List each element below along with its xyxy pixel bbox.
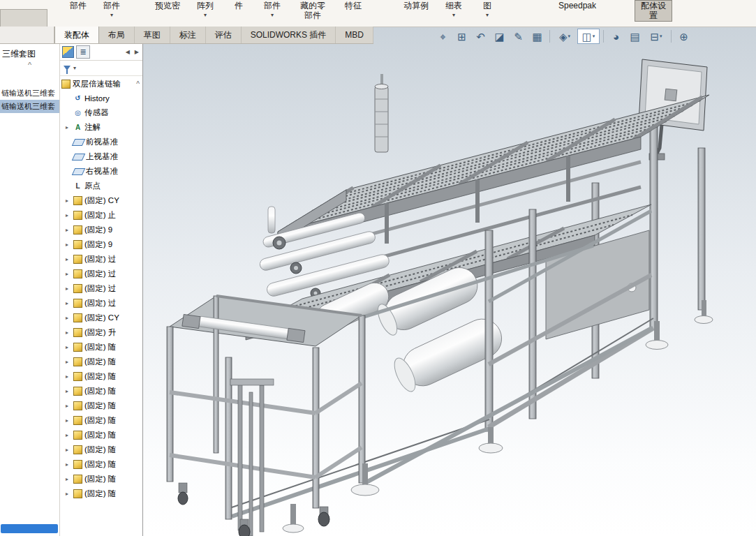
tree-item[interactable]: ▸ 右视基准 bbox=[60, 164, 142, 179]
assembly-icon bbox=[61, 80, 71, 89]
tree-item[interactable]: ▸ (固定) 随 bbox=[60, 442, 142, 457]
expand-caret-icon[interactable]: ▸ bbox=[66, 491, 71, 497]
expand-caret-icon[interactable]: ▸ bbox=[66, 124, 71, 131]
tree-item[interactable]: ▸ 传感器 bbox=[60, 105, 142, 120]
ribbon-button[interactable]: Speedpak ▾ bbox=[555, 0, 593, 12]
display-pane-icon[interactable]: ≣ bbox=[76, 45, 90, 59]
tree-item[interactable]: ▸ (固定) 过 bbox=[60, 296, 142, 311]
previous-view-icon[interactable]: ↶ ▾ bbox=[472, 29, 489, 44]
history-icon bbox=[73, 94, 82, 103]
expand-caret-icon[interactable]: ▸ bbox=[66, 198, 71, 204]
sensor-icon bbox=[73, 108, 82, 117]
expand-caret-icon[interactable]: ▸ bbox=[66, 476, 71, 482]
expand-caret-icon[interactable]: ▸ bbox=[66, 285, 71, 292]
tree-item[interactable]: ▸ (固定) 过 bbox=[60, 252, 142, 267]
tree-item[interactable]: ▸ (固定) 9 bbox=[60, 237, 142, 252]
ribbon-button[interactable]: 件 ▾ bbox=[227, 0, 251, 12]
tree-item[interactable]: ▸ (固定) 随 bbox=[60, 399, 142, 413]
tree-item[interactable]: ▸ (固定) 随 bbox=[60, 369, 142, 384]
view-orientation-icon[interactable]: ◈ ▾ bbox=[554, 29, 576, 44]
tree-item[interactable]: ▸ (固定) 随 bbox=[60, 384, 142, 399]
tree-root-item[interactable]: 双层倍速链输 ^ bbox=[60, 77, 142, 91]
expand-caret-icon[interactable]: ▸ bbox=[66, 256, 71, 262]
filter-icon[interactable] bbox=[64, 66, 71, 70]
expand-caret-icon[interactable]: ▸ bbox=[66, 212, 71, 218]
document-list-item[interactable]: 链输送机三维套 bbox=[0, 87, 59, 100]
tree-item[interactable]: ▸ (固定) 随 bbox=[60, 457, 142, 472]
expand-caret-icon[interactable]: ▸ bbox=[66, 359, 71, 365]
tree-item[interactable]: ▸ (固定) 过 bbox=[60, 267, 142, 281]
pane-left-arrow-icon[interactable]: ◀ bbox=[124, 48, 131, 56]
ribbon-button[interactable]: 图 ▾ bbox=[475, 0, 499, 19]
tree-item[interactable]: ▸ 注解 bbox=[60, 120, 142, 135]
magnifying-glass-icon[interactable]: ⊕ ▾ bbox=[675, 29, 692, 44]
expand-caret-icon[interactable]: ▸ bbox=[66, 403, 71, 409]
expand-caret-icon[interactable]: ▸ bbox=[66, 432, 71, 438]
tree-item[interactable]: ▸ (固定) CY bbox=[60, 193, 142, 208]
tree-item[interactable]: ▸ (固定) 随 bbox=[60, 472, 142, 486]
ribbon-button[interactable]: 配体设置 ▾ bbox=[635, 0, 672, 22]
tree-item[interactable]: ▸ (固定) 9 bbox=[60, 223, 142, 237]
tree-item[interactable]: ▸ (固定) 随 bbox=[60, 340, 142, 355]
expand-caret-icon[interactable]: ▸ bbox=[66, 344, 71, 350]
section-view-icon[interactable]: ◪ ▾ bbox=[491, 29, 508, 44]
tree-item[interactable]: ▸ (固定) 随 bbox=[60, 413, 142, 428]
expand-caret-icon[interactable]: ▸ bbox=[66, 417, 71, 424]
expand-caret-icon[interactable]: ▸ bbox=[66, 241, 71, 248]
ribbon-button[interactable]: 部件 ▾ bbox=[100, 0, 124, 19]
expand-caret-icon[interactable]: ▸ bbox=[66, 388, 71, 394]
pane-right-arrow-icon[interactable]: ▶ bbox=[133, 48, 140, 56]
ribbon-button[interactable]: 部件 ▾ bbox=[260, 0, 284, 19]
apply-scene-icon[interactable]: ▤ ▾ bbox=[626, 29, 644, 44]
commandmanager-tab[interactable]: SOLIDWORKS 插件 bbox=[242, 27, 336, 43]
commandmanager-tab[interactable]: 标注 bbox=[170, 27, 206, 43]
dynamic-annotation-icon[interactable]: ✎ ▾ bbox=[510, 29, 527, 44]
ribbon-button[interactable]: 预览密 ▾ bbox=[151, 0, 184, 12]
expand-caret-icon[interactable]: ▸ bbox=[66, 315, 71, 321]
tree-item[interactable]: ▸ 前视基准 bbox=[60, 135, 142, 149]
expand-caret-icon[interactable]: ▸ bbox=[66, 227, 71, 233]
view-settings-icon[interactable]: ⊟ ▾ bbox=[645, 29, 667, 44]
expand-caret-icon[interactable]: ▸ bbox=[66, 271, 71, 277]
cube-icon bbox=[73, 313, 82, 322]
commandmanager-tab[interactable]: MBD bbox=[336, 27, 373, 43]
expand-caret-icon[interactable]: ▸ bbox=[66, 461, 71, 468]
zoom-to-area-icon[interactable]: ⊞ ▾ bbox=[453, 29, 470, 44]
featuremanager-tab-icon[interactable] bbox=[62, 46, 74, 58]
ribbon-button[interactable]: 藏的零部件 ▾ bbox=[294, 0, 332, 22]
ribbon-button[interactable]: 动算例 ▾ bbox=[400, 0, 432, 12]
expand-caret-icon[interactable]: ▸ bbox=[66, 329, 71, 336]
commandmanager-tab[interactable]: 评估 bbox=[206, 27, 242, 43]
tree-item[interactable]: ▸ (固定) CY bbox=[60, 311, 142, 325]
tree-item[interactable]: ▸ (固定) 过 bbox=[60, 281, 142, 296]
ribbon-button[interactable]: 部件 ▾ bbox=[66, 0, 90, 12]
cube-icon bbox=[73, 211, 82, 220]
expand-caret-icon[interactable]: ▸ bbox=[66, 300, 71, 306]
tree-item[interactable]: ▸ (固定) 随 bbox=[60, 355, 142, 369]
expand-caret-icon[interactable]: ▸ bbox=[66, 373, 71, 380]
commandmanager-tab[interactable]: 装配体 bbox=[54, 27, 99, 43]
commandmanager-tab[interactable]: 草图 bbox=[135, 27, 170, 43]
document-side-panel: 三维套图 ^ 链输送机三维套 链输送机三维套 bbox=[0, 43, 60, 536]
tree-collapse-icon[interactable]: ^ bbox=[136, 80, 141, 88]
expand-caret-icon[interactable]: ▸ bbox=[66, 447, 71, 453]
filter-dropdown-icon[interactable]: ▾ bbox=[73, 65, 76, 71]
tree-item[interactable]: ▸ (固定) 升 bbox=[60, 325, 142, 340]
tree-item[interactable]: ▸ History bbox=[60, 91, 142, 105]
zoom-to-fit-icon[interactable]: ⌖ ▾ bbox=[434, 29, 452, 44]
display-style-icon[interactable]: ◫ ▾ bbox=[577, 29, 600, 44]
ribbon-button[interactable]: 特征 ▾ bbox=[341, 0, 365, 12]
tree-item[interactable]: ▸ 上视基准 bbox=[60, 149, 142, 164]
tree-item[interactable]: ▸ (固定) 止 bbox=[60, 208, 142, 223]
tree-item[interactable]: ▸ 原点 bbox=[60, 179, 142, 193]
edit-appearance-icon[interactable]: ◕ ▾ bbox=[607, 29, 625, 44]
ribbon-button[interactable]: 阵列 ▾ bbox=[193, 0, 217, 19]
tree-item[interactable]: ▸ (固定) 随 bbox=[60, 428, 142, 442]
capture-view-icon[interactable]: ▦ ▾ bbox=[528, 29, 546, 44]
ribbon-button[interactable]: 细表 ▾ bbox=[442, 0, 466, 19]
document-list-item[interactable]: 链输送机三维套 bbox=[0, 100, 59, 113]
collapse-caret-icon[interactable]: ^ bbox=[0, 61, 59, 68]
horizontal-scrollbar-thumb[interactable] bbox=[1, 524, 58, 533]
tree-item[interactable]: ▸ (固定) 随 bbox=[60, 486, 142, 501]
commandmanager-tab[interactable]: 布局 bbox=[99, 27, 135, 43]
